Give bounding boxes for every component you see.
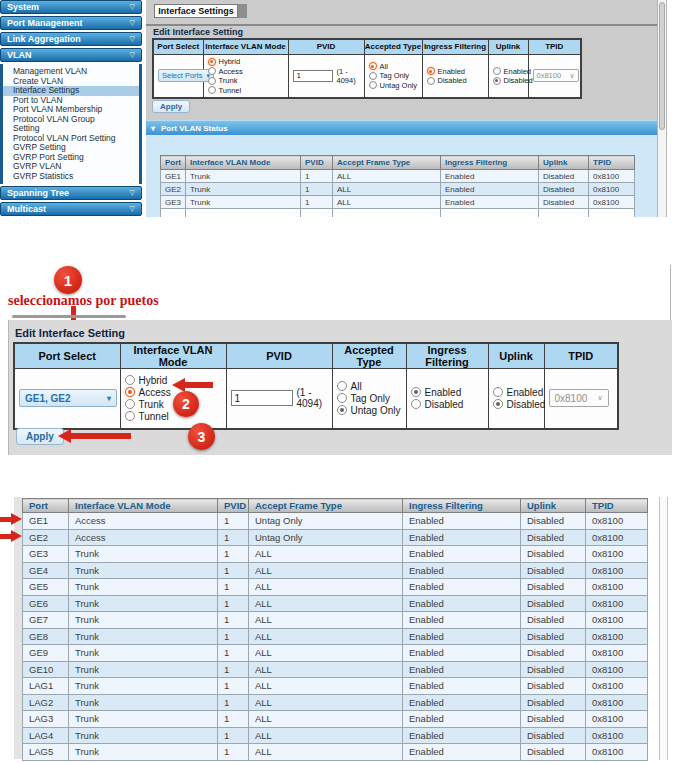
radio-option-hybrid[interactable]: Hybrid (208, 57, 284, 66)
radio-selected-icon[interactable] (493, 399, 503, 409)
radio-option-all[interactable]: All (337, 381, 402, 392)
radio-icon[interactable] (208, 67, 216, 75)
table-row-empty (161, 209, 635, 218)
sidebar-groups-bottom: Spanning Tree▽Multicast▽ (0, 186, 142, 216)
sidebar-group-vlan[interactable]: VLAN▽ (0, 48, 142, 62)
cell: 0x8100 (586, 529, 648, 546)
apply-button[interactable]: Apply (152, 100, 190, 113)
radio-icon[interactable] (411, 399, 421, 409)
sidebar-group-link-aggregation[interactable]: Link Aggregation▽ (0, 32, 142, 46)
radio-icon[interactable] (493, 387, 503, 397)
sidebar-item-gvrp-statistics[interactable]: GVRP Statistics (3, 172, 139, 182)
radio-icon[interactable] (427, 77, 435, 85)
radio-label: Disabled (507, 399, 546, 410)
cell: GE3 (161, 196, 186, 209)
cell: GE8 (23, 628, 69, 645)
port-select-dropdown[interactable]: Select Ports ▾ (158, 69, 214, 82)
radio-selected-icon[interactable] (369, 62, 377, 70)
chevron-down-icon: ▽ (130, 35, 135, 43)
radio-selected-icon[interactable] (208, 58, 216, 66)
radio-icon[interactable] (125, 399, 135, 409)
cell: GE5 (23, 579, 69, 596)
radio-icon[interactable] (125, 411, 135, 421)
radio-option-tunnel[interactable]: Tunnel (125, 411, 222, 422)
chevron-down-icon: ▽ (130, 51, 135, 59)
port-select-dropdown[interactable]: GE1, GE2 ▾ (19, 389, 117, 407)
radio-icon[interactable] (337, 381, 347, 391)
radio-selected-icon[interactable] (411, 387, 421, 397)
step-1-badge: 1 (54, 266, 82, 294)
vertical-scrollbar[interactable] (657, 0, 667, 217)
radio-option-tag-only[interactable]: Tag Only (337, 393, 402, 404)
cell: Enabled (403, 595, 521, 612)
cell: Enabled (403, 711, 521, 728)
radio-option-untag-only[interactable]: Untag Only (369, 81, 418, 90)
radio-icon[interactable] (369, 72, 377, 80)
radio-option-disabled[interactable]: Disabled (427, 76, 484, 85)
radio-icon[interactable] (125, 375, 135, 385)
chevron-down-icon: ▽ (130, 189, 135, 197)
cell: ALL (249, 711, 403, 728)
port-vlan-status-panel: PortInterface VLAN ModePVIDAccept Frame … (146, 135, 657, 217)
pvid-input[interactable] (231, 390, 293, 406)
radio-option-trunk[interactable]: Trunk (208, 76, 284, 85)
column-header-vlan-mode: Interface VLAN Mode (120, 343, 226, 369)
radio-option-disabled[interactable]: Disabled (411, 399, 484, 410)
radio-selected-icon[interactable] (125, 387, 135, 397)
cell: GE1 (161, 170, 186, 183)
cell: Trunk (69, 595, 218, 612)
apply-button[interactable]: Apply (16, 428, 64, 445)
cell: Disabled (521, 661, 586, 678)
radio-icon[interactable] (337, 393, 347, 403)
radio-option-enabled[interactable]: Enabled (493, 387, 540, 398)
red-arrow-left-line-access (185, 382, 213, 388)
radio-option-enabled[interactable]: Enabled (411, 387, 484, 398)
radio-label: Untag Only (351, 405, 401, 416)
radio-icon[interactable] (493, 67, 501, 75)
cell: ALL (333, 196, 441, 209)
cell: 0x8100 (586, 744, 648, 761)
table-row-ge6: GE6Trunk1ALLEnabledDisabled0x8100 (23, 595, 648, 612)
vertical-scrollbar[interactable] (659, 497, 668, 760)
port-select-cell: GE1, GE2 ▾ (14, 369, 120, 429)
radio-selected-icon[interactable] (427, 67, 435, 75)
sidebar-group-port-management[interactable]: Port Management▽ (0, 16, 142, 30)
tpid-select[interactable]: 0x8100 ∨ (549, 389, 609, 407)
radio-option-disabled[interactable]: Disabled (493, 76, 524, 85)
sidebar-group-spanning-tree[interactable]: Spanning Tree▽ (0, 186, 142, 200)
horizontal-scrollbar-remnant[interactable] (12, 315, 126, 318)
radio-option-tag-only[interactable]: Tag Only (369, 71, 418, 80)
cell: LAG5 (23, 744, 69, 761)
radio-option-all[interactable]: All (369, 62, 418, 71)
pvid-input[interactable] (293, 70, 333, 82)
radio-option-access[interactable]: Access (208, 67, 284, 76)
radio-icon[interactable] (369, 81, 377, 89)
radio-label: Tag Only (380, 71, 410, 80)
column-header-ingress-filtering: Ingress Filtering (403, 499, 521, 513)
port-vlan-status-bar[interactable]: ▾ Port VLAN Status (146, 120, 657, 135)
radio-icon[interactable] (208, 77, 216, 85)
cell: ALL (249, 645, 403, 662)
cell: GE2 (23, 529, 69, 546)
sidebar-item-protocol-vlan-group-setting[interactable]: Protocol VLAN Group Setting (3, 115, 107, 134)
radio-option-enabled[interactable]: Enabled (493, 67, 524, 76)
radio-selected-icon[interactable] (493, 77, 501, 85)
sidebar-group-multicast[interactable]: Multicast▽ (0, 202, 142, 216)
cell (301, 209, 333, 218)
sidebar-group-system[interactable]: System▽ (0, 0, 142, 14)
tpid-select[interactable]: 0x8100 ∨ (533, 69, 579, 82)
cell: Enabled (403, 694, 521, 711)
tab-shadow (238, 4, 247, 18)
radio-icon[interactable] (208, 86, 216, 94)
radio-option-tunnel[interactable]: Tunnel (208, 86, 284, 95)
radio-option-enabled[interactable]: Enabled (427, 67, 484, 76)
radio-selected-icon[interactable] (337, 405, 347, 415)
radio-option-disabled[interactable]: Disabled (493, 399, 540, 410)
red-arrow-right-line-ge1 (0, 517, 11, 522)
cell: Enabled (441, 183, 539, 196)
column-header-pvid: PVID (226, 343, 332, 369)
cell: Disabled (521, 727, 586, 744)
cell: Enabled (403, 529, 521, 546)
scrollbar-thumb[interactable] (659, 2, 665, 130)
radio-option-untag-only[interactable]: Untag Only (337, 405, 402, 416)
